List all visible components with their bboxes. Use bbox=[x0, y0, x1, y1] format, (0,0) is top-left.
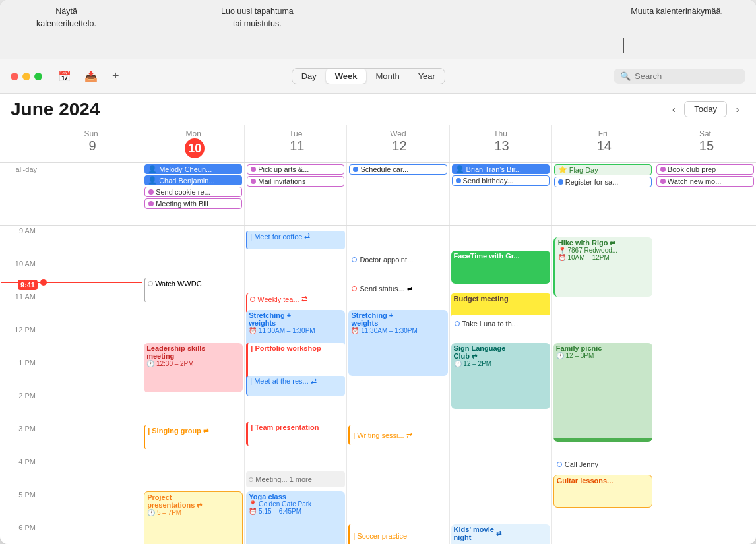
day-header-thu: Thu 13 bbox=[449, 125, 551, 162]
event-family-picnic[interactable]: Family picnic 🕐 12 – 3PM bbox=[553, 343, 652, 442]
event-singing-group[interactable]: | Singing group ⇄ bbox=[144, 425, 243, 449]
calendar-header: June 2024 ‹ Today › bbox=[0, 94, 756, 125]
event-sign-language[interactable]: Sign LanguageClub ⇄ 🕐 12 – 2PM bbox=[451, 343, 550, 409]
day-headers: Sun 9 Mon 10 Tue 11 Wed 12 Thu 13 Fri 14… bbox=[0, 125, 756, 163]
view-year-button[interactable]: Year bbox=[409, 69, 445, 84]
event-meeting-bill[interactable]: Meeting with Bill bbox=[144, 198, 242, 209]
event-guitar[interactable]: Guitar lessons... bbox=[553, 475, 652, 508]
arrow-line-3 bbox=[623, 38, 624, 53]
arrow-line-2 bbox=[142, 38, 142, 53]
day-col-sun: 9:41 bbox=[40, 226, 142, 544]
annotation-3: Muuta kalenterinäkymää. bbox=[631, 5, 723, 18]
day-header-tue: Tue 11 bbox=[244, 125, 346, 162]
event-watch-wwdc[interactable]: Watch WWDC bbox=[144, 278, 243, 302]
today-button[interactable]: Today bbox=[684, 101, 727, 117]
time-col-header bbox=[0, 125, 40, 162]
event-luna[interactable]: Take Luna to th... bbox=[451, 315, 550, 333]
day-header-sat: Sat 15 bbox=[654, 125, 756, 162]
day-header-wed: Wed 12 bbox=[346, 125, 449, 162]
event-melody[interactable]: 👤 Melody Cheun... bbox=[144, 164, 242, 174]
event-facetime[interactable]: FaceTime with Gr... bbox=[451, 251, 550, 284]
day-col-fri: Hike with Rigo ⇄ 📍 7867 Redwood... ⏰ 10A… bbox=[551, 226, 654, 544]
event-hike[interactable]: Hike with Rigo ⇄ 📍 7867 Redwood... ⏰ 10A… bbox=[553, 237, 652, 297]
event-schedule-car[interactable]: Schedule car... bbox=[349, 164, 447, 175]
time-indicator-dot bbox=[40, 279, 47, 286]
allday-row: all-day 👤 Melody Cheun... 👤 Chad Benjami… bbox=[0, 163, 756, 226]
allday-sat: Book club prep Watch new mo... bbox=[654, 163, 756, 225]
event-doctor[interactable]: Doctor appoint... bbox=[348, 251, 447, 269]
search-icon: 🔍 bbox=[620, 71, 631, 81]
month-title: June 2024 bbox=[11, 99, 666, 120]
event-pickup-arts[interactable]: Pick up arts &... bbox=[247, 164, 344, 175]
day-header-sun: Sun 9 bbox=[40, 125, 142, 162]
event-meet-res[interactable]: | Meet at the res... ⇄ bbox=[246, 376, 345, 396]
event-book-club-prep[interactable]: Book club prep bbox=[656, 164, 754, 175]
time-labels: 9 AM 10 AM 11 AM 12 PM 1 PM 2 PM bbox=[0, 226, 40, 544]
annotation-2: Luo uusi tapahtuma tai muistutus. bbox=[221, 5, 294, 30]
allday-tue: Pick up arts &... Mail invitations bbox=[244, 163, 346, 225]
day-col-wed: Doctor appoint... Send status... ⇄ Stret… bbox=[346, 226, 449, 544]
event-watch-new-mo[interactable]: Watch new mo... bbox=[656, 176, 754, 187]
day-col-mon: Watch WWDC Leadership skillsmeeting 🕐 12… bbox=[142, 226, 244, 544]
day-header-mon: Mon 10 bbox=[142, 125, 244, 162]
view-month-button[interactable]: Month bbox=[366, 69, 408, 84]
event-project-presentations[interactable]: Projectpresentations ⇄ 🕐 5 – 7PM bbox=[144, 491, 243, 544]
annotation-1: Näytä kalenteriluettelo. bbox=[36, 5, 96, 30]
time-badge: 9:41 bbox=[18, 280, 38, 290]
allday-thu: 👤 Brian Tran's Bir... Send birthday... bbox=[449, 163, 551, 225]
event-kids-movie[interactable]: Kids' movienight ⇄ bbox=[451, 524, 550, 544]
event-writing-session[interactable]: | Writing sessi... ⇄ bbox=[348, 425, 447, 445]
search-input[interactable] bbox=[635, 71, 734, 81]
next-button[interactable]: › bbox=[730, 102, 745, 117]
allday-mon: 👤 Melody Cheun... 👤 Chad Benjamin... Sen… bbox=[142, 163, 244, 225]
calendar-list-icon[interactable]: 📅 bbox=[55, 69, 74, 84]
view-day-button[interactable]: Day bbox=[292, 69, 326, 84]
prev-button[interactable]: ‹ bbox=[666, 102, 681, 117]
toolbar: 📅 📥 + Day Week Month Year 🔍 bbox=[0, 59, 756, 94]
event-leadership[interactable]: Leadership skillsmeeting 🕐 12:30 – 2PM bbox=[144, 343, 243, 392]
view-week-button[interactable]: Week bbox=[326, 69, 367, 84]
minimize-button[interactable] bbox=[22, 73, 30, 80]
event-team-presentation[interactable]: | Team presentation bbox=[246, 422, 345, 446]
calendar-window: Näytä kalenteriluettelo. Luo uusi tapaht… bbox=[0, 0, 756, 544]
annotation-area: Näytä kalenteriluettelo. Luo uusi tapaht… bbox=[0, 0, 756, 59]
event-soccer[interactable]: | Soccer practice bbox=[348, 524, 447, 544]
event-call-jenny[interactable]: Call Jenny bbox=[553, 455, 652, 473]
time-grid-inner: 9 AM 10 AM 11 AM 12 PM 1 PM 2 PM bbox=[0, 226, 756, 544]
event-chad[interactable]: 👤 Chad Benjamin... bbox=[144, 175, 242, 185]
event-brian-bday[interactable]: 👤 Brian Tran's Bir... bbox=[452, 164, 550, 174]
add-event-button[interactable]: + bbox=[108, 68, 123, 84]
event-send-birthday[interactable]: Send birthday... bbox=[452, 175, 550, 186]
day-col-thu: FaceTime with Gr... Budget meeting Take … bbox=[449, 226, 551, 544]
event-budget[interactable]: Budget meeting bbox=[451, 293, 550, 317]
arrow-line-1 bbox=[73, 38, 73, 53]
traffic-lights bbox=[11, 73, 42, 80]
event-meet-coffee[interactable]: | Meet for coffee ⇄ bbox=[246, 231, 345, 249]
inbox-icon[interactable]: 📥 bbox=[82, 69, 100, 84]
event-yoga[interactable]: Yoga class 📍 Golden Gate Park ⏰ 5:15 – 6… bbox=[246, 491, 345, 544]
event-send-cookie[interactable]: Send cookie re... bbox=[144, 187, 242, 197]
day-header-fri: Fri 14 bbox=[551, 125, 654, 162]
event-mail-invitations[interactable]: Mail invitations bbox=[247, 176, 344, 187]
allday-label: all-day bbox=[0, 163, 40, 225]
event-stretching-wed[interactable]: Stretching +weights ⏰ 11:30AM – 1:30PM bbox=[348, 310, 447, 376]
allday-sun bbox=[40, 163, 142, 225]
close-button[interactable] bbox=[11, 73, 18, 80]
event-register[interactable]: Register for sa... bbox=[554, 177, 652, 187]
event-meeting-more[interactable]: Meeting... 1 more bbox=[246, 471, 345, 487]
time-grid: 9 AM 10 AM 11 AM 12 PM 1 PM 2 PM bbox=[0, 226, 756, 544]
time-badge-container: 9:41 bbox=[1, 280, 40, 290]
maximize-button[interactable] bbox=[34, 73, 42, 80]
allday-fri: ⭐ Flag Day Register for sa... bbox=[551, 163, 654, 225]
search-box: 🔍 bbox=[614, 69, 745, 84]
nav-buttons: ‹ Today › bbox=[666, 101, 745, 117]
event-flag-day[interactable]: ⭐ Flag Day bbox=[554, 164, 652, 175]
allday-wed: Schedule car... bbox=[346, 163, 449, 225]
day-col-tue: | Meet for coffee ⇄ Weekly tea... ⇄ Stre… bbox=[244, 226, 346, 544]
event-send-status[interactable]: Send status... ⇄ bbox=[348, 280, 447, 298]
view-selector: Day Week Month Year bbox=[292, 68, 445, 84]
